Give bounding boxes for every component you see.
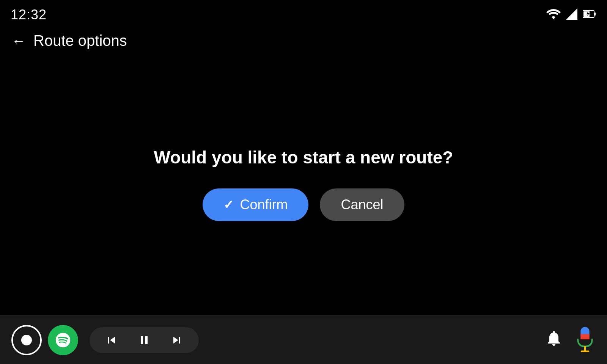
battery-icon — [583, 9, 596, 20]
main-content: Would you like to start a new route? ✓ C… — [0, 53, 607, 315]
dialog-question: Would you like to start a new route? — [154, 147, 453, 168]
skip-prev-button[interactable] — [105, 333, 118, 347]
checkmark-icon: ✓ — [223, 198, 234, 212]
svg-marker-0 — [566, 8, 577, 20]
svg-rect-6 — [580, 337, 589, 339]
bottom-right-controls — [545, 326, 596, 354]
bottom-bar — [0, 315, 607, 364]
skip-next-button[interactable] — [170, 333, 184, 347]
bottom-left-controls — [11, 325, 199, 355]
cancel-button[interactable]: Cancel — [320, 188, 404, 221]
status-time: 12:32 — [11, 7, 47, 23]
record-icon — [21, 335, 32, 345]
record-button[interactable] — [11, 325, 42, 355]
confirm-button[interactable]: ✓ Confirm — [203, 188, 308, 221]
spotify-icon — [54, 331, 72, 349]
page-title: Route options — [33, 32, 127, 49]
svg-rect-2 — [594, 13, 596, 16]
signal-icon — [566, 8, 577, 21]
pause-button[interactable] — [137, 333, 151, 347]
notification-button[interactable] — [545, 329, 563, 351]
media-controls — [90, 327, 199, 353]
spotify-button[interactable] — [48, 325, 78, 355]
status-bar: 12:32 — [0, 0, 607, 27]
dialog-buttons: ✓ Confirm Cancel — [203, 188, 404, 221]
header: ← Route options — [0, 28, 607, 53]
wifi-icon — [546, 9, 561, 21]
status-icons — [546, 8, 596, 21]
microphone-button[interactable] — [574, 326, 596, 354]
back-button[interactable]: ← — [11, 34, 26, 48]
confirm-label: Confirm — [240, 197, 288, 213]
